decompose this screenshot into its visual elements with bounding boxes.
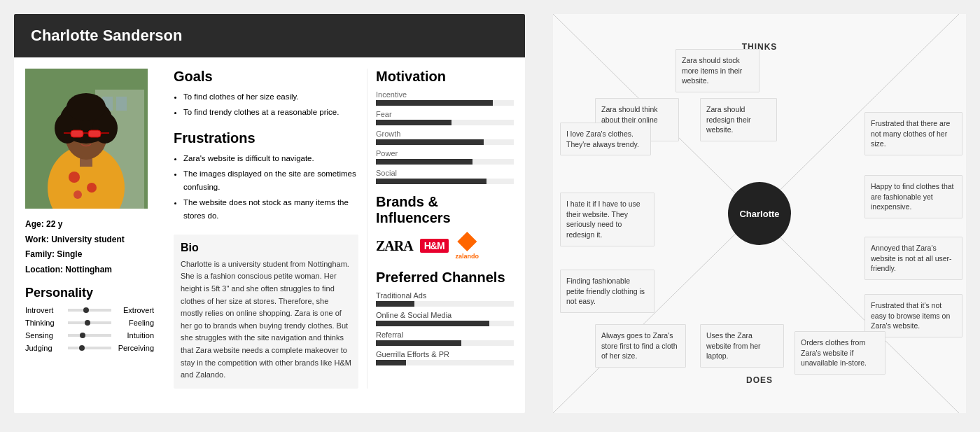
trait-intuition: Intuition	[115, 331, 154, 340]
trait-bar-2	[68, 321, 111, 324]
trait-marker-2	[85, 320, 90, 326]
brand-zalando-icon	[457, 232, 477, 251]
motivation-fear: Fear	[376, 110, 514, 125]
empathy-center-circle: Charlotte	[728, 182, 791, 245]
bio-text: Charlotte is a university student from N…	[181, 258, 351, 382]
feels-note-2: Happy to find clothes that are fashionab…	[864, 175, 962, 218]
motivation-bar-bg-fear	[376, 120, 514, 125]
trait-extrovert: Extrovert	[115, 306, 154, 314]
motivation-bar-bg-power	[376, 159, 514, 165]
personality-row-thinking: Thinking Feeling	[25, 319, 154, 327]
does-note-2: Uses the Zara website from her laptop.	[700, 324, 784, 368]
brand-zara: ZARA	[376, 238, 413, 254]
trait-marker-1	[83, 307, 89, 313]
svg-point-5	[69, 172, 80, 183]
trait-marker-4	[79, 345, 85, 351]
brands-logos: ZARA H&M zalando	[376, 232, 514, 260]
motivation-bar-fill-growth	[376, 139, 484, 145]
does-note-1: Always goes to Zara's store first to fin…	[595, 324, 686, 368]
channel-social: Online & Social Media	[376, 311, 514, 326]
motivation-power: Power	[376, 149, 514, 165]
motivation-bar-fill-fear	[376, 120, 451, 125]
channel-traditional: Traditional Ads	[376, 291, 514, 307]
motivation-section: Motivation Incentive Fear Growth	[376, 69, 514, 184]
motivation-label-incentive: Incentive	[376, 90, 514, 99]
feels-note-1: Frustrated that there are not many cloth…	[864, 112, 962, 155]
channel-label-social: Online & Social Media	[376, 311, 514, 319]
goals-list: To find clothes of her size easily. To f…	[174, 90, 358, 119]
personality-row-judging: Judging Perceiving	[25, 344, 154, 352]
trait-judging: Judging	[25, 344, 64, 352]
persona-details: Age: 22 y Work: University student Famil…	[25, 217, 154, 277]
personality-title: Personality	[25, 286, 154, 300]
says-note-2: I hate it if I have to use their website…	[560, 193, 654, 246]
empathy-does-label: DOES	[746, 375, 773, 385]
motivation-label-fear: Fear	[376, 110, 514, 118]
motivation-bar-fill-incentive	[376, 100, 493, 106]
channel-bar-bg-guerrilla	[376, 360, 514, 365]
left-column: Age: 22 y Work: University student Famil…	[25, 69, 165, 389]
channel-bar-fill-guerrilla	[376, 360, 406, 365]
age-label: Age:	[25, 219, 46, 229]
motivation-incentive: Incentive	[376, 90, 514, 106]
does-note-3: Orders clothes from Zara's website if un…	[794, 331, 886, 375]
motivation-title: Motivation	[376, 69, 514, 85]
channel-label-referral: Referral	[376, 330, 514, 339]
location-value: Nottingham	[65, 265, 112, 274]
trait-perceiving: Perceiving	[115, 344, 154, 352]
work-label: Work:	[25, 235, 51, 244]
motivation-bar-fill-social	[376, 179, 486, 184]
channel-bar-fill-referral	[376, 340, 461, 346]
motivation-social: Social	[376, 169, 514, 184]
persona-card: Charlotte Sanderson	[14, 14, 525, 413]
svg-rect-3	[116, 97, 127, 111]
says-note-1: I love Zara's clothes. They're always tr…	[560, 123, 651, 155]
trait-bar-1	[68, 309, 111, 312]
bio-title: Bio	[181, 242, 351, 254]
motivation-bar-bg-social	[376, 179, 514, 184]
channel-bar-fill-social	[376, 321, 489, 326]
location-label: Location:	[25, 265, 65, 274]
empathy-center-label: Charlotte	[739, 209, 779, 219]
persona-photo	[25, 69, 148, 209]
channel-label-guerrilla: Guerrilla Efforts & PR	[376, 350, 514, 358]
thinks-note-1: Zara should stock more items in their we…	[676, 49, 760, 92]
goals-title: Goals	[174, 69, 358, 85]
channel-bar-bg-social	[376, 321, 514, 326]
frustration-item-1: Zara's website is difficult to navigate.	[183, 152, 358, 166]
brands-title: Brands & Influencers	[376, 194, 514, 226]
trait-introvert: Introvert	[25, 306, 64, 314]
frustration-item-2: The images displayed on the site are som…	[183, 167, 358, 195]
persona-photo-inner	[25, 69, 148, 209]
middle-column: Goals To find clothes of her size easily…	[165, 69, 367, 389]
channel-label-traditional: Traditional Ads	[376, 291, 514, 300]
channels-title: Preferred Channels	[376, 270, 514, 286]
motivation-bar-bg-incentive	[376, 100, 514, 106]
svg-point-7	[74, 190, 82, 199]
thinks-note-3: Zara should redesign their website.	[700, 98, 777, 141]
trait-thinking: Thinking	[25, 319, 64, 327]
svg-point-13	[66, 93, 106, 121]
channel-bar-bg-traditional	[376, 301, 514, 307]
trait-bar-4	[68, 347, 111, 349]
goal-item-1: To find clothes of her size easily.	[183, 90, 358, 104]
frustrations-title: Frustrations	[174, 130, 358, 146]
age-value: 22 y	[46, 219, 62, 229]
persona-header: Charlotte Sanderson	[14, 14, 525, 57]
brand-zalando-label: zalando	[456, 253, 479, 260]
bio-box: Bio Charlotte is a university student fr…	[174, 235, 358, 389]
personality-row-introvert: Introvert Extrovert	[25, 306, 154, 314]
motivation-growth: Growth	[376, 130, 514, 145]
frustration-item-3: The website does not stock as many items…	[183, 196, 358, 223]
personality-section: Personality Introvert Extrovert Thinking…	[25, 286, 154, 352]
work-value: University student	[51, 235, 125, 244]
trait-marker-3	[80, 333, 85, 338]
motivation-bar-bg-growth	[376, 139, 514, 145]
goal-item-2: To find trendy clothes at a reasonable p…	[183, 106, 358, 120]
motivation-label-social: Social	[376, 169, 514, 177]
channels-section: Preferred Channels Traditional Ads Onlin…	[376, 270, 514, 365]
svg-rect-14	[71, 130, 83, 137]
motivation-bar-fill-power	[376, 159, 472, 165]
family-value: Single	[57, 249, 82, 259]
family-label: Family:	[25, 249, 57, 259]
